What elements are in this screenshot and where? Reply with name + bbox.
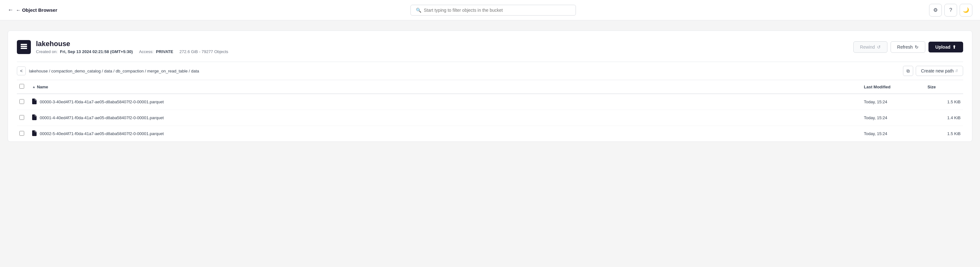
refresh-button[interactable]: Refresh ↻ — [891, 41, 925, 53]
col-header-name: ▲ Name — [30, 80, 861, 94]
create-new-path-button[interactable]: Create new path // — [916, 66, 963, 76]
row-checkbox[interactable] — [19, 99, 24, 104]
theme-toggle-button[interactable]: 🌙 — [959, 4, 972, 17]
bucket-icon — [17, 40, 31, 54]
search-icon: 🔍 — [416, 8, 421, 13]
created-value: Fri, Sep 13 2024 02:21:58 (GMT+5:30) — [60, 49, 133, 54]
access-value: PRIVATE — [156, 49, 173, 54]
table-header-row: ▲ Name Last Modified Size — [17, 80, 963, 94]
row-size-cell: 1.5 KiB — [925, 126, 963, 142]
objects-table: ▲ Name Last Modified Size — [17, 80, 963, 141]
breadcrumb-bar: < lakehouse / compaction_demo_catalog / … — [17, 62, 963, 80]
help-icon: ? — [950, 7, 952, 13]
upload-label: Upload — [935, 44, 950, 50]
row-modified-cell: Today, 15:24 — [861, 110, 925, 126]
bucket-card: lakehouse Created on: Fri, Sep 13 2024 0… — [8, 30, 972, 142]
created-label: Created on: — [36, 49, 57, 54]
file-icon — [32, 130, 37, 137]
theme-icon: 🌙 — [963, 7, 969, 13]
rewind-icon: ↺ — [877, 44, 881, 50]
row-name-cell: 00002-5-40ed4f71-f0da-41a7-ae05-d8aba584… — [30, 126, 861, 142]
rewind-button[interactable]: Rewind ↺ — [853, 41, 888, 53]
breadcrumb-path: lakehouse / compaction_demo_catalog / da… — [29, 69, 199, 73]
svg-rect-2 — [21, 48, 27, 49]
row-modified-cell: Today, 15:24 — [861, 94, 925, 110]
header: ← ← Object Browser 🔍 ⚙ ? 🌙 — [0, 0, 980, 21]
row-name-cell: 00001-4-40ed4f71-f0da-41a7-ae05-d8aba584… — [30, 110, 861, 126]
bucket-actions: Rewind ↺ Refresh ↻ Upload ⬆ — [853, 41, 963, 53]
svg-rect-1 — [21, 46, 27, 47]
file-name: 00000-3-40ed4f71-f0da-41a7-ae05-d8aba584… — [40, 100, 164, 104]
file-name: 00001-4-40ed4f71-f0da-41a7-ae05-d8aba584… — [40, 115, 164, 120]
back-arrow-icon: ← — [8, 7, 13, 13]
bucket-stats: 272.6 GiB - 79277 Objects — [180, 49, 228, 54]
row-size-cell: 1.4 KiB — [925, 110, 963, 126]
help-button[interactable]: ? — [944, 4, 957, 17]
file-name: 00002-5-40ed4f71-f0da-41a7-ae05-d8aba584… — [40, 131, 164, 136]
create-path-icon: // — [956, 69, 958, 73]
file-size: 1.5 KiB — [928, 131, 961, 136]
upload-button[interactable]: Upload ⬆ — [929, 42, 963, 52]
row-name-cell: 00000-3-40ed4f71-f0da-41a7-ae05-d8aba584… — [30, 94, 861, 110]
col-header-modified: Last Modified — [861, 80, 925, 94]
breadcrumb-right: ⧉ Create new path // — [903, 66, 963, 76]
svg-rect-0 — [21, 44, 27, 45]
file-icon — [32, 98, 37, 105]
rewind-label: Rewind — [860, 44, 875, 50]
file-modified: Today, 15:24 — [864, 115, 887, 120]
file-size: 1.5 KiB — [928, 100, 961, 104]
search-bar: 🔍 — [410, 5, 576, 16]
refresh-icon: ↻ — [915, 44, 919, 50]
row-checkbox[interactable] — [19, 115, 24, 120]
row-size-cell: 1.5 KiB — [925, 94, 963, 110]
bucket-name: lakehouse — [36, 40, 228, 48]
table-body: 00000-3-40ed4f71-f0da-41a7-ae05-d8aba584… — [17, 94, 963, 141]
breadcrumb-left: < lakehouse / compaction_demo_catalog / … — [17, 66, 199, 75]
select-all-checkbox[interactable] — [19, 84, 24, 88]
breadcrumb-back-icon: < — [20, 68, 22, 73]
bucket-details: lakehouse Created on: Fri, Sep 13 2024 0… — [36, 40, 228, 54]
row-checkbox-cell — [17, 126, 30, 142]
bucket-info: lakehouse Created on: Fri, Sep 13 2024 0… — [17, 40, 228, 54]
file-size: 1.4 KiB — [928, 115, 961, 120]
copy-icon: ⧉ — [907, 68, 910, 74]
breadcrumb-back-button[interactable]: < — [17, 66, 26, 75]
table-row: 00000-3-40ed4f71-f0da-41a7-ae05-d8aba584… — [17, 94, 963, 110]
app-title: ← Object Browser — [16, 7, 57, 13]
col-header-size: Size — [925, 80, 963, 94]
main-content: lakehouse Created on: Fri, Sep 13 2024 0… — [0, 21, 980, 152]
refresh-label: Refresh — [897, 44, 913, 50]
copy-path-button[interactable]: ⧉ — [903, 66, 913, 76]
bucket-meta: Created on: Fri, Sep 13 2024 02:21:58 (G… — [36, 49, 228, 54]
header-actions: ⚙ ? 🌙 — [929, 4, 972, 17]
access-label: Access: — [139, 49, 154, 54]
table-row: 00002-5-40ed4f71-f0da-41a7-ae05-d8aba584… — [17, 126, 963, 142]
settings-icon: ⚙ — [933, 7, 938, 13]
search-input[interactable] — [424, 8, 571, 13]
col-size-label: Size — [928, 85, 936, 89]
file-modified: Today, 15:24 — [864, 131, 887, 136]
col-modified-label: Last Modified — [864, 85, 891, 89]
row-modified-cell: Today, 15:24 — [861, 126, 925, 142]
col-header-check — [17, 80, 30, 94]
back-nav[interactable]: ← ← Object Browser — [8, 7, 57, 13]
row-checkbox-cell — [17, 94, 30, 110]
bucket-header: lakehouse Created on: Fri, Sep 13 2024 0… — [17, 40, 963, 54]
upload-icon: ⬆ — [952, 44, 956, 50]
col-name-label: Name — [37, 85, 48, 89]
file-modified: Today, 15:24 — [864, 100, 887, 104]
create-path-label: Create new path — [921, 68, 954, 73]
sort-arrow-icon: ▲ — [32, 85, 36, 88]
row-checkbox-cell — [17, 110, 30, 126]
file-icon — [32, 114, 37, 121]
row-checkbox[interactable] — [19, 131, 24, 136]
settings-button[interactable]: ⚙ — [929, 4, 942, 17]
table-row: 00001-4-40ed4f71-f0da-41a7-ae05-d8aba584… — [17, 110, 963, 126]
